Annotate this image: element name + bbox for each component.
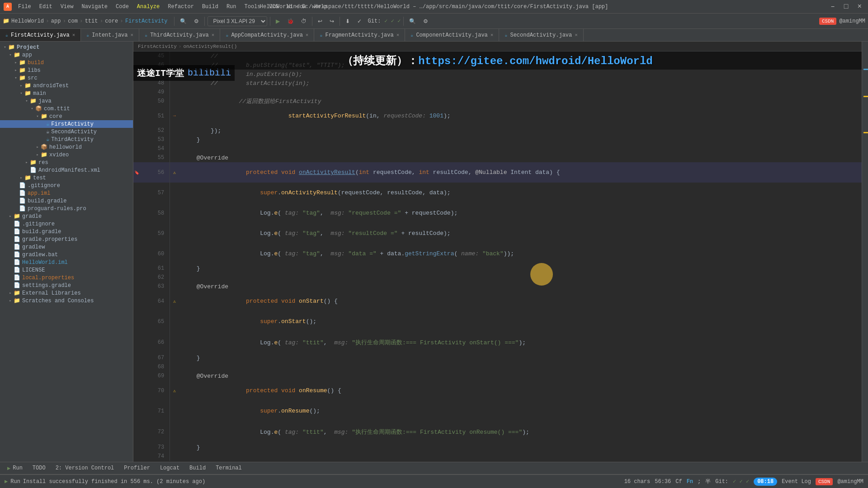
search-btn[interactable]: 🔍 [177,17,189,26]
sidebar-external-libs[interactable]: ▸ 📁 External Libraries [0,289,133,297]
close-tab-appcompat[interactable]: × [306,33,309,38]
sidebar-res[interactable]: ▸ 📁 res [0,159,133,166]
close-btn[interactable]: × [854,3,864,11]
sidebar-test[interactable]: ▸ 📁 test [0,174,133,182]
sidebar-java[interactable]: ▾ 📁 java [0,97,133,105]
sidebar-comttit[interactable]: ▾ 📦 com.ttit [0,105,133,113]
bottom-tab-vc[interactable]: 2: Version Control [51,464,119,472]
bottom-tab-run[interactable]: ▶ Run [3,464,27,473]
menu-analyze[interactable]: Analyze [133,3,163,11]
sidebar-firstactivity[interactable]: ☕ FirstActivity [0,120,133,128]
sidebar-src[interactable]: ▾ 📁 src [0,74,133,82]
table-row: 58 Log.e( tag: "tag", msg: "requestCode … [133,203,862,223]
bottom-tab-build[interactable]: Build [185,464,210,472]
menu-run[interactable]: Run [223,3,240,11]
csdn-badge: CSDN [819,18,836,25]
sidebar-core[interactable]: ▾ 📁 core [0,113,133,120]
tab-thirdactivity[interactable]: ☕ ThirdActivity.java × [139,29,220,42]
tab-firstactivity[interactable]: ☕ FirstActivity.java × [0,29,81,42]
tab-component[interactable]: ☕ ComponentActivity.java × [405,29,499,42]
close-tab-thirdactivity[interactable]: × [212,33,215,38]
scroll-mark-warn [863,96,868,97]
tab-intent[interactable]: ☕ Intent.java × [81,29,139,42]
sidebar-buildgradle-root[interactable]: 📄 build.gradle [0,228,133,235]
minimize-btn[interactable]: – [828,3,838,11]
sidebar-helloworld[interactable]: ▸ 📦 helloworld [0,143,133,151]
menu-navigate[interactable]: Navigate [78,3,111,11]
bottom-tab-profiler[interactable]: Profiler [119,464,155,472]
sidebar-appiml[interactable]: 📄 app.iml [0,189,133,197]
undo-btn[interactable]: ↩ [315,17,325,26]
menu-view[interactable]: View [57,3,77,11]
run-icon: ▶ [7,465,10,472]
window-controls: – □ × [828,3,864,11]
sidebar-thirdactivity[interactable]: ☕ ThirdActivity [0,136,133,143]
close-tab-second[interactable]: × [575,33,578,38]
sidebar-gradle-folder[interactable]: ▸ 📁 gradle [0,212,133,220]
sidebar-libs[interactable]: ▸ 📁 libs [0,66,133,74]
bottom-tab-terminal[interactable]: Terminal [211,464,246,472]
breadcrumb: FirstActivity › onActivityResult() [133,42,862,52]
git-update-btn[interactable]: ⬇ [343,17,353,26]
close-tab-intent[interactable]: × [131,33,134,38]
table-row: 47 // in.putExtras(b); [133,70,862,79]
debug-btn[interactable]: 🐞 [284,17,297,26]
sidebar-scratches[interactable]: ▸ 📁 Scratches and Consoles [0,297,133,305]
find-btn[interactable]: 🔍 [406,17,419,26]
code-editor[interactable]: 45 // 46 // b.putString("test", "TTIT"); [133,52,862,462]
table-row: 68 [133,362,862,371]
sidebar-build[interactable]: ▸ 📁 build [0,59,133,66]
sidebar-xvideo[interactable]: ▸ 📁 xvideo [0,151,133,159]
table-row: 55 @Override [133,153,862,162]
sidebar-helloworldiml[interactable]: 📄 HelloWorld.iml [0,258,133,266]
banner-text: （持续更新）：https://gitee.com/hwdroid/HelloWo… [342,53,652,68]
close-tab-firstactivity[interactable]: × [72,33,75,38]
settings2-btn[interactable]: ⚙ [420,17,431,26]
sidebar-project-header[interactable]: ▾ 📁 Project [0,43,133,51]
tab-fragment[interactable]: ☕ FragmentActivity.java × [314,29,405,42]
menu-refactor[interactable]: Refactor [164,3,198,11]
sidebar-main[interactable]: ▾ 📁 main [0,89,133,97]
bottom-tab-todo[interactable]: TODO [28,464,50,472]
event-log-btn[interactable]: Event Log [782,479,811,485]
run-config-btn[interactable]: ▶ [273,17,283,26]
table-row: 53 } [133,135,862,144]
sidebar-buildgradle-app[interactable]: 📄 build.gradle [0,197,133,205]
run-label: Run [10,479,20,485]
sidebar-app[interactable]: ▾ 📁 app [0,51,133,59]
menu-code[interactable]: Code [112,3,132,11]
sidebar-secondactivity[interactable]: ☕ SecondActivity [0,128,133,136]
status-bar: ▶ Run Install successfully finished in 5… [0,474,868,488]
bottom-tab-logcat[interactable]: Logcat [156,464,184,472]
close-tab-fragment[interactable]: × [396,33,400,38]
table-row: 71 super.onResume(); [133,401,862,421]
device-selector[interactable]: app Pixel 3 XL API 29 [208,16,267,26]
toolbar: 📁 HelloWorld › app › com › ttit › core ›… [0,14,868,29]
menu-build[interactable]: Build [198,3,222,11]
tab-appcompat[interactable]: ☕ AppCompatActivity.java × [220,29,314,42]
sidebar-gitignore-app[interactable]: 📄 .gitignore [0,182,133,189]
sidebar-gradlewbat[interactable]: 📄 gradlew.bat [0,251,133,258]
sidebar-androidtest[interactable]: ▸ 📁 androidTest [0,82,133,89]
maximize-btn[interactable]: □ [841,3,851,11]
sidebar-gradlew[interactable]: 📄 gradlew [0,243,133,251]
breadcrumb-firstactivity[interactable]: FirstActivity [138,44,177,49]
sidebar-proguard[interactable]: 📄 proguard-rules.pro [0,205,133,212]
sidebar-gradleprops[interactable]: 📄 gradle.properties [0,235,133,243]
tab-secondactivity[interactable]: ☕ SecondActivity.java × [499,29,583,42]
java-icon: ☕ [5,33,8,38]
sidebar-settingsgradle[interactable]: 📄 settings.gradle [0,282,133,289]
profile-btn[interactable]: ⏱ [298,17,309,26]
settings-btn[interactable]: ⚙ [191,17,202,26]
menu-file[interactable]: File [14,3,35,11]
sidebar-localprops[interactable]: 📄 local.properties [0,274,133,282]
sidebar-gitignore-root[interactable]: 📄 .gitignore [0,220,133,228]
banner-url[interactable]: https://gitee.com/hwdroid/HelloWorld [418,55,652,67]
menu-edit[interactable]: Edit [36,3,56,11]
sidebar-license[interactable]: 📄 LICENSE [0,266,133,274]
close-tab-component[interactable]: × [491,33,494,38]
redo-btn[interactable]: ↪ [327,17,337,26]
sidebar-manifest[interactable]: 📄 AndroidManifest.xml [0,166,133,174]
breadcrumb-method[interactable]: onActivityResult() [183,44,237,49]
git-commit-btn[interactable]: ✓ [354,17,364,26]
